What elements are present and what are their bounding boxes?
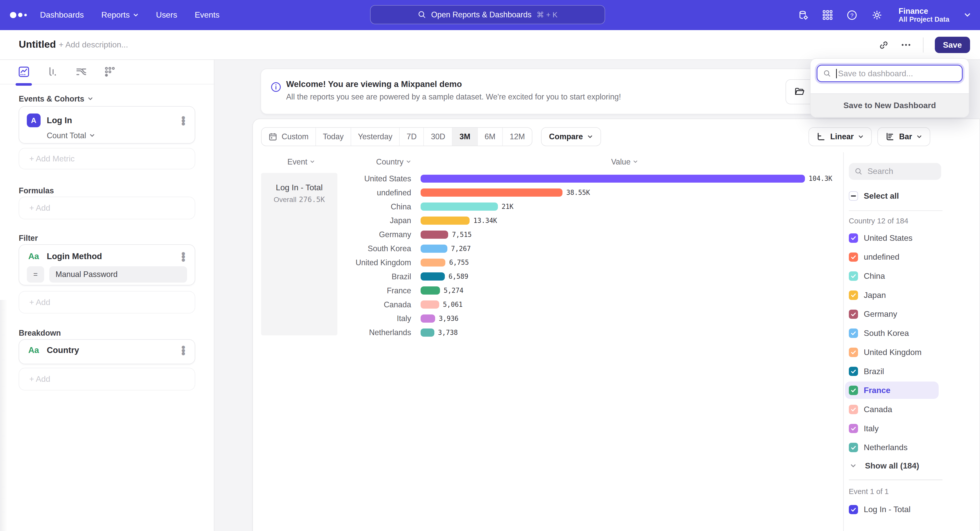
bar[interactable]: [421, 203, 498, 211]
range-today[interactable]: Today: [315, 128, 351, 145]
country-filter-item[interactable]: China: [844, 266, 980, 286]
chart-type-selector[interactable]: Bar: [877, 127, 930, 146]
range-yesterday[interactable]: Yesterday: [351, 128, 399, 145]
more-options-icon[interactable]: [900, 39, 912, 51]
scale-selector[interactable]: Linear: [808, 127, 872, 146]
metric-card[interactable]: A Log In ●●● Count Total: [19, 106, 195, 144]
add-description-button[interactable]: + Add description...: [59, 40, 128, 49]
bar[interactable]: [421, 314, 435, 323]
event-checkbox[interactable]: [849, 505, 858, 514]
filter-operator[interactable]: =: [27, 266, 45, 282]
tab-retention[interactable]: [103, 64, 118, 79]
country-checkbox[interactable]: [849, 367, 858, 376]
range-30d[interactable]: 30D: [423, 128, 452, 145]
project-switcher[interactable]: Finance All Project Data: [899, 6, 950, 24]
range-12m[interactable]: 12M: [502, 128, 531, 145]
add-breakdown-button[interactable]: + Add: [19, 368, 195, 390]
range-custom[interactable]: Custom: [262, 128, 315, 145]
bar[interactable]: [421, 175, 805, 183]
country-filter-item[interactable]: Canada: [844, 400, 980, 419]
country-checkbox[interactable]: [849, 443, 858, 452]
select-all-checkbox[interactable]: [849, 191, 858, 201]
kebab-menu-icon[interactable]: ●●●: [180, 252, 187, 261]
event-checkbox-row[interactable]: Log In - Total: [844, 501, 980, 518]
range-6m[interactable]: 6M: [477, 128, 502, 145]
country-checkbox[interactable]: [849, 233, 858, 243]
country-checkbox[interactable]: [849, 290, 858, 300]
tab-funnels[interactable]: [45, 64, 60, 79]
filter-property-name[interactable]: Login Method: [47, 252, 173, 261]
bar-category-label: France: [261, 286, 411, 295]
data-management-icon[interactable]: [797, 9, 809, 21]
kebab-menu-icon[interactable]: ●●●: [180, 346, 187, 355]
global-search-button[interactable]: Open Reports & Dashboards ⌘ + K: [370, 5, 605, 24]
event-column-header[interactable]: Event: [287, 157, 315, 166]
country-filter-item[interactable]: Netherlands: [844, 438, 980, 457]
country-filter-item[interactable]: United Kingdom: [844, 343, 980, 362]
save-dashboard-search-input[interactable]: Save to dashboard...: [817, 65, 963, 82]
country-filter-item[interactable]: South Korea: [844, 323, 980, 343]
country-checkbox[interactable]: [849, 405, 858, 414]
bar[interactable]: [421, 231, 449, 239]
filter-card[interactable]: Aa Login Method ●●● = Manual Password: [19, 244, 195, 286]
bar[interactable]: [421, 189, 563, 197]
select-all-row[interactable]: Select all: [844, 187, 980, 205]
tab-flows[interactable]: [74, 64, 89, 79]
country-filter-item[interactable]: undefined: [844, 248, 980, 267]
help-icon[interactable]: ?: [846, 9, 858, 21]
bar[interactable]: [421, 328, 434, 337]
metrics-heading-label[interactable]: Events & Cohorts: [19, 94, 84, 103]
bar[interactable]: [421, 217, 470, 225]
country-filter-item[interactable]: United States: [844, 228, 980, 248]
filter-value[interactable]: Manual Password: [49, 266, 187, 282]
country-checkbox[interactable]: [849, 348, 858, 357]
bar[interactable]: [421, 287, 440, 295]
range-7d[interactable]: 7D: [399, 128, 423, 145]
country-checkbox[interactable]: [849, 424, 858, 433]
country-column-header[interactable]: Country: [376, 157, 411, 166]
nav-item-events[interactable]: Events: [195, 10, 220, 20]
bar[interactable]: [421, 300, 439, 309]
tab-insights[interactable]: [16, 64, 32, 79]
copy-link-icon[interactable]: [878, 40, 889, 51]
bar-value-label: 3,738: [438, 329, 458, 336]
chart-row: Canada5,061: [261, 298, 842, 312]
apps-grid-icon[interactable]: [822, 10, 833, 21]
country-checkbox[interactable]: [849, 252, 858, 262]
panel-search-input[interactable]: Search: [849, 163, 941, 180]
metric-name[interactable]: Log In: [47, 116, 173, 125]
country-filter-item[interactable]: France: [844, 381, 980, 400]
add-filter-button[interactable]: + Add: [19, 291, 195, 314]
bar[interactable]: [421, 258, 445, 267]
value-column-header[interactable]: Value: [611, 157, 638, 166]
country-checkbox[interactable]: [849, 271, 858, 281]
settings-gear-icon[interactable]: [871, 9, 883, 21]
main-content: Welcome! You are viewing a Mixpanel demo…: [215, 60, 980, 531]
country-filter-item[interactable]: Italy: [844, 419, 980, 438]
bar[interactable]: [421, 244, 447, 253]
metric-aggregation[interactable]: Count Total: [19, 127, 194, 147]
kebab-menu-icon[interactable]: ●●●: [180, 116, 187, 125]
breakdown-card[interactable]: Aa Country ●●●: [19, 339, 195, 364]
add-metric-button[interactable]: + Add Metric: [19, 148, 195, 169]
country-filter-item[interactable]: Japan: [844, 286, 980, 305]
bar[interactable]: [421, 273, 445, 281]
show-all-button[interactable]: Show all (184): [844, 457, 980, 475]
compare-button[interactable]: Compare: [541, 127, 601, 146]
country-checkbox[interactable]: [849, 328, 858, 338]
country-checkbox[interactable]: [849, 386, 858, 395]
mixpanel-logo-icon[interactable]: [10, 0, 27, 30]
chevron-down-icon[interactable]: [964, 11, 971, 19]
nav-item-users[interactable]: Users: [156, 10, 177, 20]
country-filter-item[interactable]: Brazil: [844, 362, 980, 381]
add-formula-button[interactable]: + Add: [19, 197, 195, 219]
nav-item-reports[interactable]: Reports: [101, 10, 138, 20]
country-filter-item[interactable]: Germany: [844, 305, 980, 324]
breakdown-property-name[interactable]: Country: [47, 346, 173, 355]
save-button[interactable]: Save: [935, 37, 970, 53]
report-title[interactable]: Untitled: [19, 39, 56, 50]
save-to-new-dashboard-button[interactable]: Save to New Dashboard: [811, 94, 969, 117]
nav-item-dashboards[interactable]: Dashboards: [40, 10, 84, 20]
country-checkbox[interactable]: [849, 310, 858, 319]
range-3m-active[interactable]: 3M: [452, 128, 477, 145]
